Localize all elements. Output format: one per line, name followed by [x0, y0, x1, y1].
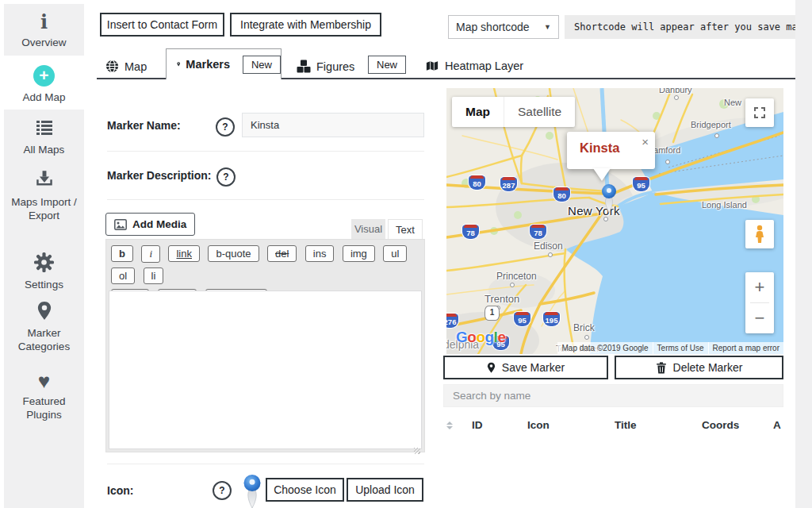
infowindow-title: Kinsta — [580, 140, 619, 156]
quicktag-b[interactable]: b — [111, 245, 133, 262]
fullscreen-button[interactable] — [745, 98, 774, 127]
marker-name-help-icon[interactable]: ? — [216, 117, 235, 137]
infowindow-tail — [593, 168, 611, 181]
map-data-text: Map data ©2019 Google — [557, 342, 652, 354]
map-label: Princeton — [496, 271, 537, 282]
upload-icon-label: Upload Icon — [355, 483, 415, 496]
sidebar-item-overview[interactable]: i Overview — [4, 10, 84, 49]
marker-icon-preview[interactable] — [241, 473, 263, 508]
sidebar-item-label: Add Map — [22, 91, 65, 103]
save-marker-button[interactable]: Save Marker — [443, 356, 608, 379]
zoom-out-button[interactable]: − — [745, 303, 774, 333]
map-label: tamford — [651, 145, 680, 155]
description-editor: b i link b-quote del ins img ul ol li co… — [105, 239, 425, 452]
route-shield: 287 — [500, 177, 517, 191]
marker-description-textarea[interactable] — [109, 291, 422, 449]
insert-contact-form-label: Insert to Contact Form — [107, 18, 217, 31]
sidebar-item-label: Marker Categories — [18, 327, 70, 352]
quicktag-li[interactable]: li — [144, 267, 164, 284]
icon-help-icon[interactable]: ? — [213, 481, 232, 500]
table-header-id[interactable]: ID — [472, 419, 483, 431]
upload-icon-button[interactable]: Upload Icon — [347, 478, 423, 502]
shortcode-output-field[interactable]: Shortcode will appear after you save ma — [565, 15, 795, 39]
marker-search-input[interactable] — [443, 384, 783, 407]
town-dot — [510, 283, 515, 287]
close-icon[interactable]: × — [642, 135, 649, 148]
table-header-icon[interactable]: Icon — [527, 419, 550, 431]
tab-map[interactable]: Map — [105, 60, 147, 73]
sidebar-item-label: Featured Plugins — [22, 395, 65, 421]
insert-contact-form-button[interactable]: Insert to Contact Form — [100, 13, 224, 37]
quicktag-del[interactable]: del — [267, 245, 297, 262]
map-label: Edison — [534, 241, 563, 252]
sidebar-item-maps-import-export[interactable]: Maps Import / Export — [4, 167, 84, 223]
sidebar-item-featured-plugins[interactable]: ♥ Featured Plugins — [4, 369, 84, 422]
quicktag-i[interactable]: i — [141, 245, 160, 263]
terms-of-use-link[interactable]: Terms of Use — [653, 342, 708, 354]
map-label: Brick — [573, 322, 595, 333]
map-attribution: Map data ©2019 Google Terms of Use Repor… — [557, 342, 783, 354]
google-logo[interactable]: Google — [456, 329, 505, 346]
route-shield: 95 — [514, 312, 530, 326]
globe-icon — [105, 60, 119, 73]
quicktag-img[interactable]: img — [343, 245, 375, 262]
route-shield: 78 — [462, 225, 479, 239]
add-circle-icon: + — [4, 65, 84, 89]
town-dot — [714, 133, 719, 138]
delete-marker-button[interactable]: Delete Marker — [615, 356, 783, 379]
tab-figures[interactable]: Figures — [297, 60, 354, 73]
town-dot — [584, 335, 589, 340]
quicktag-ol[interactable]: ol — [111, 267, 135, 284]
report-map-error-link[interactable]: Report a map error — [708, 342, 783, 354]
sidebar-item-label: Settings — [25, 279, 63, 291]
route-shield: 78 — [530, 225, 546, 239]
download-icon — [4, 170, 84, 194]
choose-icon-button[interactable]: Choose Icon — [266, 478, 344, 502]
pegman-icon — [753, 225, 766, 244]
editor-tab-text[interactable]: Text — [388, 219, 423, 239]
quicktag-ul[interactable]: ul — [383, 245, 407, 262]
map-type-satellite-button[interactable]: Satellite — [504, 97, 575, 127]
new-marker-button[interactable]: New — [243, 56, 281, 74]
integrate-membership-button[interactable]: Integrate with Membership — [230, 13, 381, 37]
icon-label: Icon: — [107, 484, 133, 497]
tab-markers[interactable]: Markers New — [166, 48, 282, 79]
map-shortcode-select[interactable]: Map shortcode ▼ — [448, 15, 559, 39]
table-header-title[interactable]: Title — [615, 419, 637, 431]
pegman-control[interactable] — [745, 220, 774, 248]
new-figure-button[interactable]: New — [368, 56, 406, 74]
zoom-in-button[interactable]: + — [745, 272, 774, 302]
quicktag-ins[interactable]: ins — [305, 245, 335, 262]
sidebar-item-label: Maps Import / Export — [11, 196, 77, 221]
editor-tab-visual[interactable]: Visual — [351, 219, 385, 239]
marker-name-input[interactable] — [242, 113, 424, 137]
town-dot — [674, 95, 679, 100]
sort-icon[interactable] — [446, 421, 453, 429]
table-header-actions[interactable]: A — [773, 419, 781, 431]
town-dot — [665, 160, 670, 164]
route-shield-us: 1 — [485, 306, 500, 321]
map-type-map-button[interactable]: Map — [452, 97, 504, 127]
sidebar: i Overview + Add Map All Maps — [4, 4, 84, 508]
sidebar-item-settings[interactable]: Settings — [4, 250, 84, 291]
plugin-admin-page: i Overview + Add Map All Maps — [0, 0, 812, 508]
add-media-button[interactable]: Add Media — [105, 213, 195, 236]
sidebar-item-all-maps[interactable]: All Maps — [4, 115, 84, 156]
sidebar-item-add-map[interactable]: + Add Map — [4, 56, 84, 110]
add-media-label: Add Media — [132, 218, 186, 230]
divider — [107, 151, 424, 152]
table-header-coords[interactable]: Coords — [702, 419, 739, 431]
google-map[interactable]: Danbury New Bridgeport tamford New York … — [446, 88, 783, 354]
sidebar-item-marker-categories[interactable]: Marker Categories — [4, 299, 84, 354]
quicktag-link[interactable]: link — [168, 245, 200, 262]
media-image-icon — [114, 219, 127, 230]
quicktag-bquote[interactable]: b-quote — [208, 245, 259, 262]
delete-marker-label: Delete Marker — [673, 361, 743, 374]
marker-description-help-icon[interactable]: ? — [216, 167, 236, 187]
route-shield: 80 — [553, 187, 570, 202]
tab-heatmap-layer[interactable]: Heatmap Layer — [425, 60, 523, 72]
trash-icon — [656, 362, 667, 374]
integrate-membership-label: Integrate with Membership — [240, 18, 371, 31]
textarea-resize-handle[interactable] — [414, 448, 420, 454]
map-marker[interactable] — [599, 183, 619, 214]
